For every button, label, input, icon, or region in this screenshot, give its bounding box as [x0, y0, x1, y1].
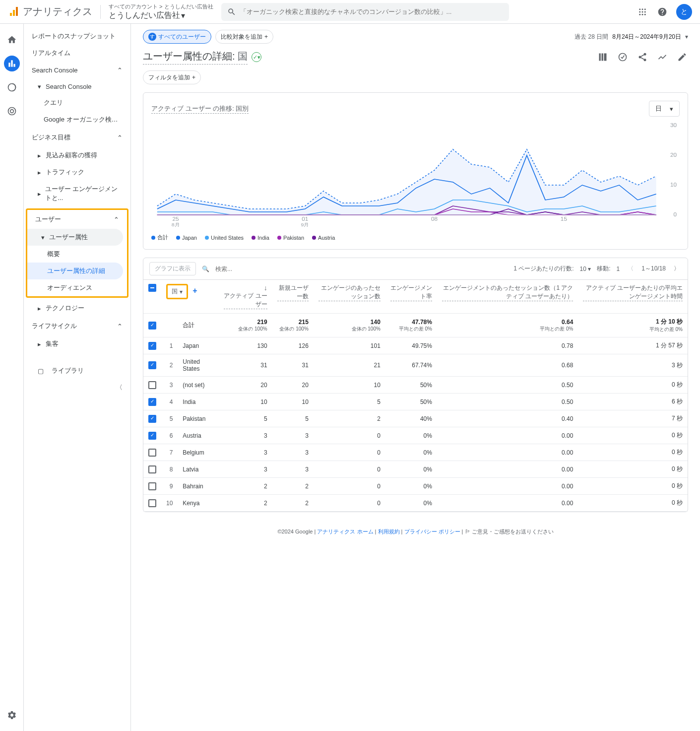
legend-item[interactable]: Japan: [176, 235, 197, 241]
sidebar-section-lifecycle[interactable]: ライフサイクル⌃: [24, 317, 130, 335]
search-bar[interactable]: [221, 3, 509, 21]
footer-link-terms[interactable]: 利用規約: [378, 529, 400, 534]
trend-icon[interactable]: [656, 51, 668, 63]
row-checkbox[interactable]: [148, 361, 156, 369]
rail-home-icon[interactable]: [4, 32, 20, 48]
share-icon[interactable]: [636, 51, 648, 63]
divider: [100, 5, 101, 19]
edit-icon[interactable]: [676, 51, 688, 63]
row-checkbox[interactable]: [148, 482, 156, 490]
legend-item[interactable]: Pakistan: [277, 235, 304, 241]
svg-text:08: 08: [431, 216, 438, 222]
sidebar-engagement[interactable]: ▸ユーザー エンゲージメントと...: [24, 181, 130, 206]
totals-checkbox[interactable]: [148, 322, 156, 330]
col-sessions-per-user[interactable]: エンゲージメントのあったセッション数（1 アクティブ ユーザーあたり）: [437, 280, 578, 314]
rail-explore-icon[interactable]: [4, 79, 20, 95]
sidebar-user-detail[interactable]: ユーザー属性の詳細: [27, 263, 123, 279]
line-chart[interactable]: 3020100258月019月0815: [151, 121, 680, 230]
svg-point-24: [644, 59, 646, 61]
row-checkbox[interactable]: [148, 398, 156, 406]
col-engaged-sessions[interactable]: エンゲージのあったセッション数: [314, 280, 385, 314]
table-row[interactable]: 3 (not set)20201050%0.500 秒: [143, 377, 688, 394]
svg-text:30: 30: [670, 123, 677, 128]
sidebar-snapshot[interactable]: レポートのスナップショット: [24, 28, 130, 45]
legend-item[interactable]: United States: [205, 235, 244, 241]
insights-icon[interactable]: [617, 51, 629, 63]
legend-item[interactable]: India: [252, 235, 269, 241]
plot-in-chart-chip[interactable]: グラフに表示: [149, 262, 196, 275]
account-selector[interactable]: すべてのアカウント > とうしんだい広告社 とうしんだい広告社▾: [109, 3, 213, 21]
analytics-logo-icon: [8, 6, 20, 18]
table-row[interactable]: 9 Bahrain2200%0.000 秒: [143, 478, 688, 495]
search-icon: 🔍: [202, 266, 209, 272]
sidebar-library[interactable]: ▢ ライブラリ: [24, 362, 130, 379]
row-checkbox[interactable]: [148, 381, 156, 389]
sidebar-traffic[interactable]: ▸トラフィック: [24, 164, 130, 181]
sidebar-section-business[interactable]: ビジネス目標⌃: [24, 128, 130, 147]
user-avatar[interactable]: と: [676, 4, 692, 20]
table-row[interactable]: 7 Belgium3300%0.000 秒: [143, 444, 688, 461]
sidebar-technology[interactable]: ▸テクノロジー: [24, 300, 130, 317]
legend-item[interactable]: 合計: [151, 234, 168, 241]
col-engagement-rate[interactable]: エンゲージメント率: [385, 280, 437, 314]
date-range-picker[interactable]: 過去 28 日間 8月24日～2024年9月20日 ▾: [574, 33, 688, 41]
table-row[interactable]: 6 Austria3300%0.000 秒: [143, 427, 688, 444]
segment-chip-all-users[interactable]: すすべてのユーザー: [143, 30, 211, 44]
verified-icon[interactable]: ✓▾: [252, 52, 261, 62]
svg-text:20: 20: [670, 152, 677, 158]
sidebar-realtime[interactable]: リアルタイム: [24, 45, 130, 62]
add-dimension-button[interactable]: +: [190, 286, 200, 295]
sidebar-audience[interactable]: オーディエンス: [27, 279, 127, 296]
select-all-checkbox[interactable]: [148, 284, 156, 292]
dimension-selector[interactable]: 国▾: [166, 284, 188, 299]
footer-feedback[interactable]: ご意見・ご感想をお送りください: [472, 529, 554, 534]
row-checkbox[interactable]: [148, 432, 156, 440]
col-active-users[interactable]: ↓ アクティブ ユーザー: [219, 280, 272, 314]
table-row[interactable]: 1 Japan13012610149.75%0.781 分 57 秒: [143, 337, 688, 354]
table-search-input[interactable]: [215, 266, 255, 272]
row-checkbox[interactable]: [148, 342, 156, 350]
sidebar-leads[interactable]: ▸見込み顧客の獲得: [24, 147, 130, 164]
sidebar-collapse-button[interactable]: 〈: [24, 379, 130, 396]
sidebar-section-search-console[interactable]: Search Console⌃: [24, 62, 130, 79]
rail-reports-icon[interactable]: [4, 56, 20, 71]
row-checkbox[interactable]: [148, 449, 156, 457]
sidebar-organic[interactable]: Google オーガニック検索レ...: [24, 111, 130, 128]
help-icon[interactable]: [656, 6, 668, 18]
sidebar-acquisition[interactable]: ▸集客: [24, 335, 130, 352]
row-checkbox[interactable]: [148, 465, 156, 473]
col-avg-engagement-time[interactable]: アクティブ ユーザーあたりの平均エンゲージメント時間: [578, 280, 688, 314]
legend-item[interactable]: Austria: [312, 235, 335, 241]
row-checkbox[interactable]: [148, 499, 156, 507]
table-row[interactable]: 8 Latvia3300%0.000 秒: [143, 461, 688, 478]
period-selector[interactable]: 日▾: [649, 101, 680, 117]
table-row[interactable]: 5 Pakistan55240%0.407 秒: [143, 410, 688, 427]
col-new-users[interactable]: 新規ユーザー数: [272, 280, 314, 314]
add-comparison-chip[interactable]: 比較対象を追加+: [215, 30, 273, 44]
svg-point-8: [644, 11, 646, 12]
table-row[interactable]: 4 India1010550%0.506 秒: [143, 394, 688, 410]
next-page-button[interactable]: 〉: [672, 265, 682, 273]
rows-per-page-value[interactable]: 10 ▾: [580, 266, 591, 272]
chevron-up-icon: ⌃: [114, 216, 119, 223]
footer-link-privacy[interactable]: プライバシー ポリシー: [404, 529, 460, 534]
sidebar-section-user[interactable]: ユーザー⌃: [27, 210, 127, 229]
apps-icon[interactable]: [636, 6, 648, 18]
table-row[interactable]: 2 United States31312167.74%0.683 秒: [143, 354, 688, 377]
row-checkbox[interactable]: [148, 415, 156, 423]
main-content: すすべてのユーザー 比較対象を追加+ 過去 28 日間 8月24日～2024年9…: [131, 24, 700, 731]
sidebar-query[interactable]: クエリ: [24, 94, 130, 111]
product-logo[interactable]: アナリティクス: [8, 5, 92, 18]
customize-icon[interactable]: [597, 51, 609, 63]
rail-admin-icon[interactable]: [4, 707, 20, 723]
sidebar-search-console-sub[interactable]: ▾Search Console: [24, 79, 130, 94]
goto-value[interactable]: 1: [617, 266, 620, 272]
prev-page-button[interactable]: 〈: [626, 265, 636, 273]
table-row[interactable]: 10 Kenya2200%0.000 秒: [143, 495, 688, 512]
sidebar-overview[interactable]: 概要: [27, 246, 127, 263]
sidebar-user-attributes[interactable]: ▾ユーザー属性: [27, 229, 123, 246]
rail-advertising-icon[interactable]: [4, 103, 20, 119]
search-input[interactable]: [240, 8, 503, 15]
add-filter-chip[interactable]: フィルタを追加+: [143, 70, 201, 84]
footer-link-home[interactable]: アナリティクス ホーム: [317, 529, 373, 534]
